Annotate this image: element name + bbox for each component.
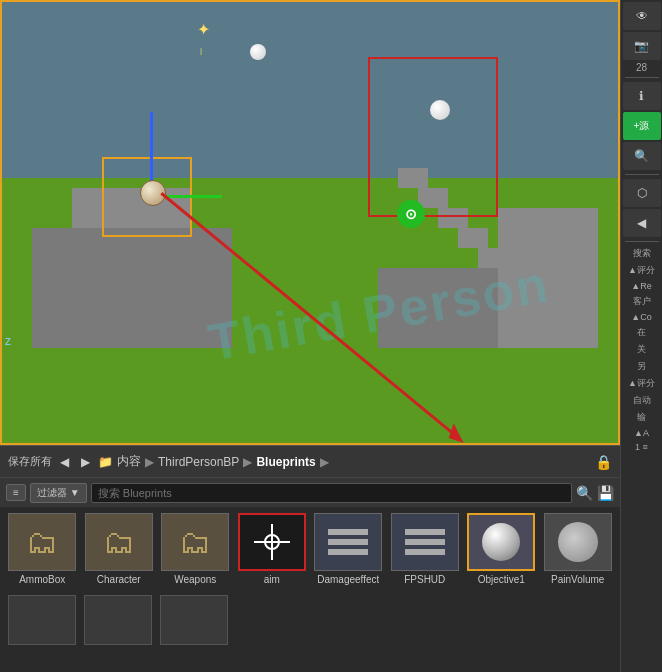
search-input[interactable] [91,483,572,503]
asset-fpshud[interactable]: FPSHUD [391,513,460,585]
asset-painvolume[interactable]: PainVolume [544,513,613,585]
character-label: Character [97,574,141,585]
filter-button[interactable]: 过滤器 ▼ [30,483,87,503]
assets-grid: 🗂 AmmoBox 🗂 Character 🗂 Weapons [0,507,620,591]
panel-custom-label: 关 [623,342,661,357]
asset-weapons[interactable]: 🗂 Weapons [161,513,230,585]
damageeffect-thumb [314,513,382,571]
viewport[interactable]: ✦| ⊙ Third Person z [0,0,620,445]
fpshud-label: FPSHUD [404,574,445,585]
line-bar-3 [328,549,368,555]
painvolume-label: PainVolume [551,574,604,585]
platform-right2 [498,208,598,348]
panel-close-label: 在 [623,325,661,340]
painvolume-thumb [544,513,612,571]
damageeffect-label: Damageeffect [317,574,379,585]
mid-sphere [430,100,450,120]
panel-comp-label: 客户 [623,294,661,309]
filter-label: 过滤器 [37,486,67,500]
folder-icon-ammobox: 🗂 [26,524,58,561]
asset-damageeffect[interactable]: Damageeffect [314,513,383,585]
nav-forward-button[interactable]: ▶ [77,453,94,471]
asset-character[interactable]: 🗂 Character [85,513,154,585]
content-grid-toggle[interactable]: ≡ [6,484,26,501]
filter-chevron-icon: ▼ [70,487,80,498]
sidebar-search-button[interactable]: 🔍 [623,142,661,170]
sidebar-eye-button[interactable]: 👁 [623,2,661,30]
top-sphere [250,44,266,60]
aim-label: aim [264,574,280,585]
asset-ammobox[interactable]: 🗂 AmmoBox [8,513,77,585]
panel-eval-label: ▲评分 [623,263,661,278]
red-selection-frame [368,57,498,217]
assets-row2 [0,591,620,649]
panel-a-label: 输 [623,410,661,425]
sun-icon: ✦| [197,20,210,57]
search-button[interactable]: 🔍 [576,485,593,501]
asset-row2-2[interactable] [84,595,152,645]
ammobox-thumb: 🗂 [8,513,76,571]
fpshud-bar-3 [405,549,445,555]
sidebar-divider-3 [625,241,659,242]
panel-num2-label: 1 ≡ [623,441,661,453]
panel-num-label: ▲A [623,427,661,439]
save-all-label: 保存所有 [8,454,52,469]
aim-thumb [238,513,306,571]
panel-eval2-label: 另 [623,359,661,374]
lines-icon-damage [324,525,372,559]
folder-icon: 📁 [98,455,113,469]
main-area: ✦| ⊙ Third Person z 保存所有 ◀ ▶ 📁 内 [0,0,620,672]
content-browser: 保存所有 ◀ ▶ 📁 内容 ▶ ThirdPersonBP ▶ Blueprin… [0,445,620,672]
crosshair-circle [264,534,280,550]
panel-auto-label: ▲评分 [623,376,661,391]
thirdbp-label: ThirdPersonBP [158,455,239,469]
sidebar-divider-1 [625,77,659,78]
sidebar-info-button[interactable]: ℹ [623,82,661,110]
character-thumb: 🗂 [85,513,153,571]
crosshair-icon [254,524,290,560]
sidebar-hex-button[interactable]: ⬡ [623,179,661,207]
sidebar-collapse-button[interactable]: ◀ [623,209,661,237]
objective1-thumb [467,513,535,571]
sidebar-divider-2 [625,174,659,175]
weapons-label: Weapons [174,574,216,585]
asset-row2-3[interactable] [160,595,228,645]
right-sidebar: 👁 📷 28 ℹ +源 🔍 ⬡ ◀ 搜索 ▲评分 ▲Re 客户 ▲Co 在 关 … [620,0,662,672]
sidebar-number: 28 [636,62,647,73]
stair-1 [478,248,508,268]
sphere-icon [482,523,520,561]
fpshud-thumb [391,513,459,571]
ammobox-label: AmmoBox [19,574,65,585]
lines-icon-fpshud [401,525,449,559]
sidebar-camera-button[interactable]: 📷 [623,32,661,60]
asset-objective1[interactable]: Objective1 [467,513,536,585]
content-toolbar: ≡ 过滤器 ▼ 🔍 💾 [0,477,620,507]
fpshud-bar-2 [405,539,445,545]
line-bar-1 [328,529,368,535]
painvol-icon [558,522,598,562]
lock-icon[interactable]: 🔒 [595,454,612,470]
asset-row2-1[interactable] [8,595,76,645]
character-sphere [140,180,166,206]
transform-arrow-blue [150,112,153,182]
breadcrumb-bar: 保存所有 ◀ ▶ 📁 内容 ▶ ThirdPersonBP ▶ Blueprin… [0,445,620,477]
breadcrumb-sep-3: ▶ [320,455,329,469]
stair-2 [458,228,488,248]
folder-icon-weapons: 🗂 [179,524,211,561]
content-label: 内容 [117,453,141,470]
weapons-thumb: 🗂 [161,513,229,571]
asset-aim[interactable]: aim [238,513,307,585]
sidebar-add-button[interactable]: +源 [623,112,661,140]
blueprints-label: Blueprints [256,455,315,469]
save-layout-button[interactable]: 💾 [597,485,614,501]
player-start-badge: ⊙ [397,200,425,228]
panel-search-label: 搜索 [623,246,661,261]
viewport-canvas: ✦| ⊙ Third Person z [2,2,618,443]
breadcrumb-sep-1: ▶ [145,455,154,469]
nav-back-button[interactable]: ◀ [56,453,73,471]
platform-left [32,228,232,348]
panel-actor-label: ▲Re [623,280,661,292]
line-bar-2 [328,539,368,545]
panel-render-label: ▲Co [623,311,661,323]
folder-icon-character: 🗂 [103,524,135,561]
